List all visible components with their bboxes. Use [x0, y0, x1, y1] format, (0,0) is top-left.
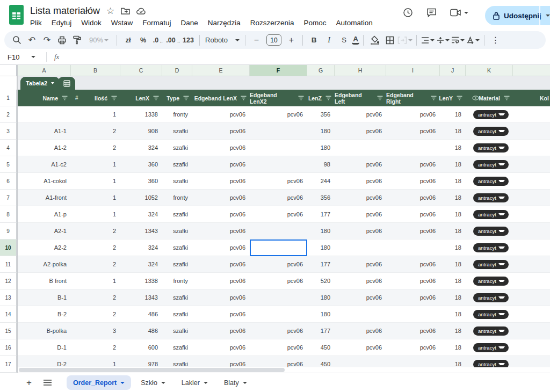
text-color-button[interactable]: A: [352, 36, 359, 45]
table-chip-caret-icon[interactable]: [51, 82, 54, 84]
cell-J16[interactable]: 18: [440, 339, 466, 355]
cell-A5[interactable]: A1-c2: [18, 156, 71, 172]
material-dropdown-chip[interactable]: antracyt: [473, 277, 509, 286]
cell-H6[interactable]: pcv06: [335, 173, 386, 189]
cell-I9[interactable]: pcv06: [386, 223, 440, 239]
row-number-10[interactable]: 10: [0, 239, 17, 256]
cell-J6[interactable]: 18: [440, 173, 466, 189]
table-column-header-lenz[interactable]: LenZ: [307, 90, 335, 106]
cell-J12[interactable]: 18: [440, 273, 466, 289]
formula-input[interactable]: [59, 49, 550, 64]
table-column-header-name[interactable]: Name: [18, 90, 71, 106]
decrease-font-size-button[interactable]: −: [249, 33, 264, 47]
cell-G14[interactable]: 180: [307, 306, 335, 322]
cell-E4[interactable]: pcv06: [192, 140, 250, 156]
table-name-chip[interactable]: Tabela2: [20, 77, 60, 90]
search-icon[interactable]: [10, 33, 24, 47]
sheet-tab-caret-icon[interactable]: [161, 382, 165, 384]
decrease-decimals-button[interactable]: .0←: [151, 33, 165, 47]
cell-K16[interactable]: antracyt: [466, 339, 513, 355]
cell-C14[interactable]: 486: [120, 306, 162, 322]
cell-L10[interactable]: [513, 239, 550, 256]
row-number-5[interactable]: 5: [0, 156, 17, 173]
cell-G10[interactable]: 180: [307, 239, 335, 256]
filter-icon[interactable]: [298, 96, 304, 100]
cloud-status-icon[interactable]: [136, 8, 146, 14]
sheet-tab-blaty[interactable]: Blaty: [218, 375, 254, 390]
cell-C15[interactable]: 486: [120, 323, 162, 339]
cell-L9[interactable]: [513, 223, 550, 239]
menu-rozszerzenia[interactable]: Rozszerzenia: [245, 18, 299, 28]
name-box[interactable]: F10: [0, 53, 45, 61]
cell-L11[interactable]: [513, 256, 550, 272]
cell-E2[interactable]: pcv06: [192, 106, 250, 122]
share-button[interactable]: Udostępnij: [485, 6, 550, 25]
cell-D10[interactable]: szafki: [162, 239, 192, 256]
cell-G16[interactable]: 450: [307, 339, 335, 355]
cell-B10[interactable]: 2: [71, 239, 120, 256]
cell-C7[interactable]: 1052: [120, 190, 162, 206]
column-header-I[interactable]: I: [386, 65, 440, 76]
row-number-3[interactable]: 3: [0, 123, 17, 140]
material-dropdown-chip[interactable]: antracyt: [473, 143, 509, 153]
cell-D14[interactable]: szafki: [162, 306, 192, 322]
cell-B4[interactable]: 2: [71, 140, 120, 156]
material-dropdown-chip[interactable]: antracyt: [473, 260, 509, 269]
column-header-H[interactable]: H: [335, 65, 386, 76]
menu-plik[interactable]: Plik: [25, 18, 47, 28]
cell-D3[interactable]: szafki: [162, 123, 192, 139]
material-dropdown-chip[interactable]: antracyt: [473, 210, 509, 219]
row-number-16[interactable]: 16: [0, 339, 17, 356]
cell-J2[interactable]: 18: [440, 106, 466, 122]
cell-A13[interactable]: B-1: [18, 289, 71, 306]
cell-G3[interactable]: 180: [307, 123, 335, 139]
column-header-D[interactable]: D: [162, 65, 192, 76]
table-column-header-edgeband-right[interactable]: Edgeband Right: [386, 90, 440, 106]
cell-G15[interactable]: 177: [307, 323, 335, 339]
cell-J9[interactable]: 18: [440, 223, 466, 239]
sheet-tab-szk-o[interactable]: Szkło: [134, 375, 172, 390]
sheet-tab-caret-icon[interactable]: [204, 382, 208, 384]
cell-E7[interactable]: pcv06: [192, 190, 250, 206]
video-call-icon[interactable]: [450, 9, 468, 17]
cell-D4[interactable]: szafki: [162, 140, 192, 156]
sheet-tab-caret-icon[interactable]: [243, 382, 247, 384]
cell-D5[interactable]: szafki: [162, 156, 192, 172]
row-number-2[interactable]: 2: [0, 106, 17, 123]
cell-D16[interactable]: szafki: [162, 339, 192, 355]
cell-D7[interactable]: fronty: [162, 190, 192, 206]
column-header-B[interactable]: B: [71, 65, 120, 76]
cell-E11[interactable]: pcv06: [192, 256, 250, 272]
cell-H7[interactable]: pcv06: [335, 190, 386, 206]
material-dropdown-chip[interactable]: antracyt: [473, 343, 509, 352]
cell-J13[interactable]: 18: [440, 289, 466, 306]
cell-L5[interactable]: [513, 156, 550, 172]
table-column-header-type[interactable]: Type: [162, 90, 192, 106]
cell-H10[interactable]: [335, 239, 386, 256]
table-column-header-edgeband-lenx2[interactable]: Edgeband LenX2: [250, 90, 307, 106]
undo-button[interactable]: ↶: [25, 33, 39, 47]
cell-I2[interactable]: pcv06: [386, 106, 440, 122]
cell-B2[interactable]: 1: [71, 106, 120, 122]
cell-I12[interactable]: pcv06: [386, 273, 440, 289]
cell-H3[interactable]: pcv06: [335, 123, 386, 139]
material-dropdown-chip[interactable]: antracyt: [473, 127, 509, 136]
table-column-header-kol[interactable]: Kol: [513, 90, 550, 106]
filter-icon[interactable]: [111, 96, 117, 100]
cell-B3[interactable]: 2: [71, 123, 120, 139]
cell-L6[interactable]: [513, 173, 550, 189]
menu-edytuj[interactable]: Edytuj: [47, 18, 77, 28]
row-number-13[interactable]: 13: [0, 289, 17, 306]
cell-C6[interactable]: 360: [120, 173, 162, 189]
row-number-17[interactable]: 17: [0, 356, 17, 373]
menu-narzdzia[interactable]: Narzędzia: [203, 18, 245, 28]
cell-J10[interactable]: 18: [440, 239, 466, 256]
percent-format-button[interactable]: %: [136, 33, 150, 47]
text-rotation-icon[interactable]: [466, 33, 480, 47]
material-dropdown-chip[interactable]: antracyt: [473, 310, 509, 319]
cell-J3[interactable]: 18: [440, 123, 466, 139]
cell-F4[interactable]: [250, 140, 307, 156]
cell-J4[interactable]: 18: [440, 140, 466, 156]
share-caret-icon[interactable]: [546, 14, 550, 17]
cell-G11[interactable]: 177: [307, 256, 335, 272]
